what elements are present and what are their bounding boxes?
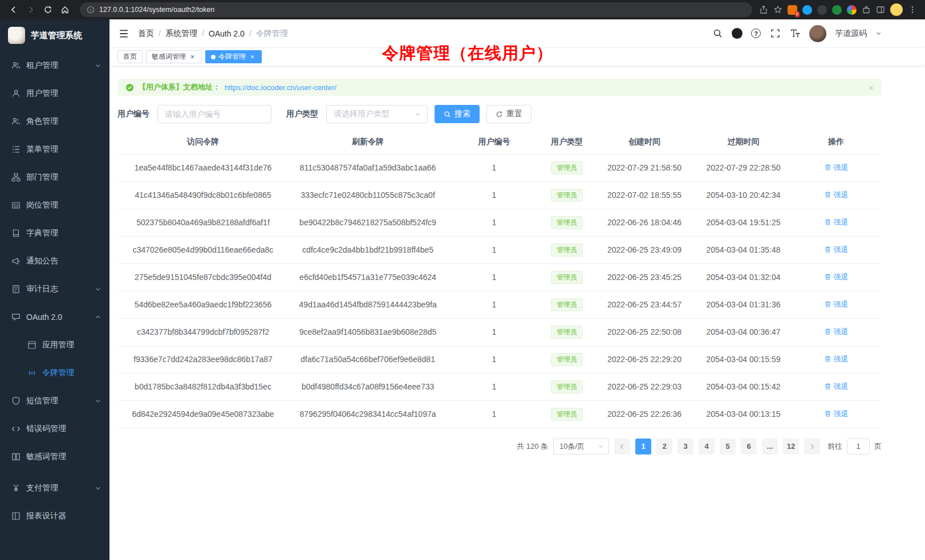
reload-icon[interactable] <box>40 2 56 18</box>
page-button-1[interactable]: 1 <box>635 439 651 455</box>
sidebar-item-sensitive-words[interactable]: 敏感词管理 <box>0 443 109 470</box>
user-menu-caret-icon[interactable] <box>875 30 882 36</box>
extension-icon-3[interactable] <box>817 5 827 15</box>
sidebar-item-menu[interactable]: 菜单管理 <box>0 135 109 163</box>
github-icon[interactable] <box>732 28 743 39</box>
close-icon[interactable] <box>249 53 256 60</box>
collapse-sidebar-icon[interactable] <box>119 29 129 39</box>
page-button-6[interactable]: 6 <box>741 439 757 455</box>
sidebar-item-tenant[interactable]: 租户管理 <box>0 51 109 79</box>
tab-token[interactable]: 令牌管理 <box>205 50 262 63</box>
sidebar-item-oauth2-app[interactable]: 应用管理 <box>0 331 109 359</box>
reset-button[interactable]: 重置 <box>486 105 532 123</box>
user-avatar[interactable] <box>809 25 826 42</box>
force-logout-button[interactable]: 强退 <box>824 190 849 200</box>
share-icon[interactable] <box>759 5 768 14</box>
col-actions: 操作 <box>790 130 882 154</box>
sidebar-item-oauth2[interactable]: OAuth 2.0 <box>0 303 109 331</box>
sidebar: 芋道管理系统 租户管理 用户管理 角色管理 菜单管理 部门管理 岗位管理 <box>0 19 109 560</box>
user-name[interactable]: 芋道源码 <box>835 29 867 39</box>
site-info-icon[interactable] <box>87 6 95 14</box>
force-logout-label: 强退 <box>834 354 849 364</box>
force-logout-button[interactable]: 强退 <box>824 409 849 419</box>
alert-close-icon[interactable] <box>869 83 874 92</box>
tab-sensitive-words[interactable]: 敏感词管理 <box>146 50 202 63</box>
font-size-icon[interactable] <box>789 28 801 39</box>
extension-icon-2[interactable] <box>802 5 812 15</box>
force-logout-button[interactable]: 强退 <box>824 272 849 282</box>
alert-doc-link[interactable]: https://doc.iocoder.cn/user-center/ <box>225 83 336 92</box>
user-id-input[interactable] <box>157 105 271 123</box>
forward-icon[interactable] <box>23 2 39 18</box>
trash-icon <box>824 301 831 308</box>
sidebar-item-dept[interactable]: 部门管理 <box>0 163 109 191</box>
profile-avatar[interactable] <box>890 3 903 16</box>
search-icon[interactable] <box>712 28 723 39</box>
force-logout-label: 强退 <box>834 217 849 228</box>
page-button-3[interactable]: 3 <box>677 439 693 455</box>
error-code-icon <box>11 424 21 433</box>
cell-refresh-token: cdfc4ce9c2da4bb1bdf21b9918ff4be5 <box>289 236 447 263</box>
sidebar-item-label: 短信管理 <box>26 396 89 406</box>
extensions-puzzle-icon[interactable] <box>862 5 871 14</box>
goto-page-input[interactable] <box>847 439 870 455</box>
sidebar-item-user[interactable]: 用户管理 <box>0 79 109 107</box>
cell-expires-at: 2054-03-10 20:42:34 <box>696 181 790 209</box>
sidebar-item-role[interactable]: 角色管理 <box>0 107 109 135</box>
sidebar-item-pay[interactable]: 支付管理 <box>0 474 109 502</box>
breadcrumb-oauth2[interactable]: OAuth 2.0 <box>209 29 251 38</box>
browser-menu-icon[interactable] <box>908 5 917 14</box>
page-button-4[interactable]: 4 <box>699 439 715 455</box>
page-button-2[interactable]: 2 <box>656 439 672 455</box>
sidebar-item-error-code[interactable]: 错误码管理 <box>0 415 109 443</box>
sidebar-item-oauth2-token[interactable]: 令牌管理 <box>0 359 109 387</box>
cell-access-token: b0d1785bc3a8482f812db4a3f3bd15ec <box>117 373 289 400</box>
sidebar-item-sms[interactable]: 短信管理 <box>0 387 109 415</box>
sidebar-item-label: 用户管理 <box>26 88 102 99</box>
force-logout-button[interactable]: 强退 <box>824 163 849 173</box>
sidebar-item-label: 字典管理 <box>26 228 102 238</box>
fullscreen-icon[interactable] <box>769 28 781 39</box>
sidebar-item-audit-log[interactable]: 审计日志 <box>0 275 109 303</box>
user-type-select[interactable]: 请选择用户类型 <box>326 105 428 123</box>
url-bar[interactable]: 127.0.0.1:1024/system/oauth2/token <box>80 2 752 17</box>
app-logo-row[interactable]: 芋道管理系统 <box>0 19 109 51</box>
cell-access-token: c342377bf8b344799dcbf7bf095287f2 <box>117 318 289 346</box>
tabbar: 首页 敏感词管理 令牌管理 <box>109 48 925 66</box>
close-icon[interactable] <box>189 53 196 60</box>
sidebar-item-dict[interactable]: 字典管理 <box>0 219 109 247</box>
force-logout-button[interactable]: 强退 <box>824 217 849 228</box>
back-icon[interactable] <box>6 2 22 18</box>
page-size-select[interactable]: 10条/页 <box>553 439 609 455</box>
force-logout-button[interactable]: 强退 <box>824 382 849 392</box>
sidebar-item-notice[interactable]: 通知公告 <box>0 247 109 275</box>
force-logout-button[interactable]: 强退 <box>824 354 849 364</box>
next-page-button[interactable] <box>804 439 820 455</box>
force-logout-button[interactable]: 强退 <box>824 245 849 255</box>
trash-icon <box>824 383 831 390</box>
cell-user-id: 1 <box>447 236 541 263</box>
bookmark-star-icon[interactable] <box>773 5 782 14</box>
prev-page-button[interactable] <box>614 439 630 455</box>
extension-icon-1[interactable]: 0 <box>788 5 797 15</box>
breadcrumb-home[interactable]: 首页 <box>138 29 161 39</box>
page-ellipsis-button[interactable]: ... <box>762 439 778 455</box>
cell-refresh-token: 9ce8ef2aa9f14056b831ae9b608e28d5 <box>289 318 447 346</box>
cell-access-token: c347026e805e4d99b0d116eae66eda8c <box>117 236 289 263</box>
cell-refresh-token: dfa6c71a50a54c66bef706ef9e6e8d81 <box>289 346 447 373</box>
chevron-down-icon <box>95 397 102 404</box>
sidebar-item-post[interactable]: 岗位管理 <box>0 191 109 219</box>
force-logout-button[interactable]: 强退 <box>824 327 849 337</box>
sidebar-item-report-designer[interactable]: 报表设计器 <box>0 502 109 530</box>
extension-icon-5[interactable] <box>847 5 857 15</box>
search-button[interactable]: 搜索 <box>435 105 480 123</box>
page-button-12[interactable]: 12 <box>783 439 799 455</box>
help-icon[interactable] <box>751 29 761 38</box>
split-view-icon[interactable] <box>876 5 885 14</box>
extension-icon-4[interactable] <box>832 5 842 15</box>
tab-home[interactable]: 首页 <box>117 50 143 63</box>
home-icon[interactable] <box>57 2 73 18</box>
page-button-5[interactable]: 5 <box>720 439 736 455</box>
breadcrumb-system[interactable]: 系统管理 <box>165 29 204 39</box>
force-logout-button[interactable]: 强退 <box>824 299 849 310</box>
